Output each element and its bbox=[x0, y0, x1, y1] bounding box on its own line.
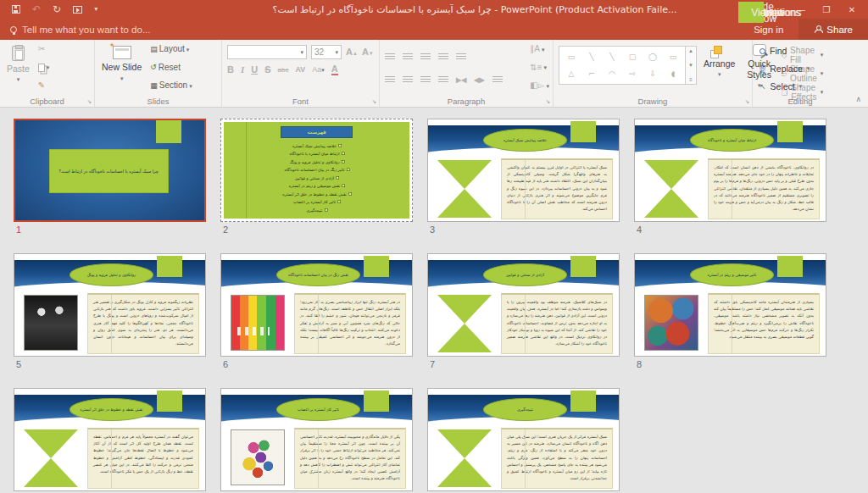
slide-thumbnail-9[interactable]: نقش نقطه و خطوط در خلق اثر آبسترهمی‌توان… bbox=[14, 388, 206, 493]
slide-6-preview: نقش رنگ در بیان احساسات ناخودآگاهدر هنر … bbox=[220, 253, 413, 357]
bullets-icon[interactable] bbox=[385, 53, 395, 61]
increase-indent-icon[interactable] bbox=[438, 53, 448, 61]
columns-icon[interactable] bbox=[492, 76, 503, 84]
align-right-icon[interactable] bbox=[420, 76, 431, 84]
customize-qat-icon[interactable]: ▾ bbox=[94, 6, 97, 13]
slide-body-text: در روانکاوی، ناخودآگاه بخشی از ذهن انسان… bbox=[709, 160, 819, 219]
reset-button[interactable]: ↺ Reset bbox=[150, 64, 192, 72]
image-photo bbox=[24, 295, 78, 351]
share-button[interactable]: Share bbox=[798, 19, 868, 40]
slide-thumbnail-6[interactable]: نقش رنگ در بیان احساسات ناخودآگاهدر هنر … bbox=[220, 253, 413, 388]
start-slideshow-icon[interactable] bbox=[73, 6, 82, 14]
increase-font-size-icon[interactable]: A▲ bbox=[346, 47, 358, 57]
font-name-combobox[interactable]: ▾ bbox=[227, 45, 307, 59]
slide-thumbnail-11[interactable]: نتیجه‌گیریسبک آبستره فراتر از یک جریان ه… bbox=[427, 388, 620, 493]
text-shadow-icon[interactable]: abc bbox=[278, 67, 289, 74]
slide-title-text: نتیجه‌گیری bbox=[484, 399, 566, 420]
shape-frame-icon: ▭ bbox=[670, 53, 677, 61]
strikethrough-icon[interactable]: S bbox=[264, 65, 270, 75]
decrease-indent-icon[interactable] bbox=[420, 53, 431, 61]
cut-icon[interactable]: ✂ bbox=[38, 45, 50, 53]
shape-rect-icon: ▭ bbox=[568, 53, 576, 61]
select-button[interactable]: ↖Select▾ bbox=[760, 81, 810, 91]
toc-item: نقش موسیقی و ریتم در آبستره bbox=[288, 182, 344, 191]
find-button[interactable]: Find bbox=[760, 46, 810, 56]
underline-icon[interactable]: U bbox=[251, 65, 258, 75]
close-button[interactable]: ✕ bbox=[839, 5, 865, 14]
slide-4-preview: ارتباط میان آبستره و ناخودآگاهدر روانکاو… bbox=[634, 119, 826, 222]
slide-thumbnail-3[interactable]: خلاصه پیدایش سبک آبسترهسبک آبستره یا انت… bbox=[427, 119, 620, 253]
slide-thumbnail-8[interactable]: تاثیر موسیقی و ریتم در آبسترهبسیاری از ه… bbox=[634, 253, 826, 388]
quick-access-toolbar: ↶ ↻ ▾ bbox=[0, 4, 161, 14]
paste-icon bbox=[12, 46, 25, 61]
slide-1-preview: چرا سبک آبستره با احساسات ناخودآگاه در ا… bbox=[14, 119, 206, 222]
green-tab-shape bbox=[570, 256, 596, 277]
slide-thumbnail-4[interactable]: ارتباط میان آبستره و ناخودآگاهدر روانکاو… bbox=[634, 119, 826, 253]
slide-thumbnail-5[interactable]: روانکاوی و تحلیل فروید و یونگنظریات زیگم… bbox=[14, 253, 206, 388]
align-left-icon[interactable] bbox=[385, 76, 395, 84]
tab-view[interactable]: View bbox=[738, 2, 764, 23]
smartart-icon[interactable]: ◧▻ ▾ bbox=[530, 81, 549, 90]
copy-icon[interactable]: ▾ bbox=[38, 64, 50, 72]
align-center-icon[interactable] bbox=[403, 76, 413, 84]
paste-button[interactable]: Paste▾ bbox=[2, 42, 35, 93]
title-ellipse: ارتباط میان آبستره و ناخودآگاه bbox=[690, 129, 774, 152]
decrease-font-size-icon[interactable]: A▼ bbox=[362, 47, 374, 57]
checkbox-icon bbox=[342, 152, 345, 156]
restore-button[interactable]: ❐ bbox=[814, 5, 839, 14]
numbering-icon[interactable] bbox=[403, 53, 413, 61]
drawing-dialog-launcher[interactable]: ↘ bbox=[744, 98, 749, 105]
slide-title-text: ارتباط میان آبستره و ناخودآگاه bbox=[691, 130, 773, 151]
undo-icon[interactable]: ↶ bbox=[32, 4, 41, 14]
replace-button[interactable]: abacReplace▾ bbox=[760, 64, 810, 74]
align-text-icon[interactable]: ⇅≡ ▾ bbox=[530, 64, 549, 72]
save-icon[interactable] bbox=[12, 5, 20, 14]
rtl-direction-icon[interactable]: ◀▶ bbox=[474, 77, 484, 84]
collapse-ribbon-icon[interactable]: ∧ bbox=[855, 95, 861, 103]
italic-icon[interactable]: I bbox=[241, 65, 244, 75]
arrange-icon bbox=[714, 46, 722, 54]
character-spacing-icon[interactable]: AV bbox=[295, 66, 305, 74]
font-color-icon[interactable]: A bbox=[331, 64, 338, 75]
slide-thumbnail-1[interactable]: چرا سبک آبستره با احساسات ناخودآگاه در ا… bbox=[14, 119, 206, 253]
line-spacing-icon[interactable] bbox=[456, 53, 466, 61]
hourglass-shape bbox=[24, 429, 78, 487]
group-drawing: ▭╲╲ ▢◯▭ △⌐◠ ⇨⇩◖ ▲▼≡ Arrange▾ Quick Style… bbox=[554, 40, 753, 107]
text-direction-icon[interactable]: ∥A ▾ bbox=[530, 45, 549, 53]
layout-button[interactable]: ▤ Layout ▾ bbox=[150, 45, 192, 53]
image-rainbow bbox=[231, 295, 285, 351]
font-size-combobox[interactable]: 32▾ bbox=[311, 45, 342, 59]
clipboard-dialog-launcher[interactable]: ↘ bbox=[86, 98, 92, 105]
change-case-icon[interactable]: Aa▾ bbox=[312, 66, 325, 74]
paragraph-dialog-launcher[interactable]: ↘ bbox=[545, 98, 550, 105]
checkbox-icon bbox=[337, 201, 341, 204]
slide-body-text: می‌توان گفت در آبستره معمولاً پایه هر فر… bbox=[88, 429, 198, 488]
group-font: ▾ 32▾ A▲ A▼ B I U S abc AV Aa▾ A Font ↘ bbox=[222, 40, 380, 107]
title-ellipse: نتیجه‌گیری bbox=[483, 398, 567, 421]
format-painter-icon[interactable]: ✎ bbox=[38, 81, 50, 90]
shapes-gallery[interactable]: ▭╲╲ ▢◯▭ △⌐◠ ⇨⇩◖ bbox=[559, 46, 686, 85]
arrange-button[interactable]: Arrange▾ bbox=[698, 42, 740, 93]
toc-item: تاثیر کار آبستره بر اعصاب bbox=[292, 198, 340, 207]
green-tab-shape bbox=[570, 391, 596, 412]
font-dialog-launcher[interactable]: ↘ bbox=[371, 98, 376, 105]
slide-thumbnail-2[interactable]: فهرستخلاصه پیدایش سبک آبسترهارتباط میان … bbox=[220, 119, 413, 253]
shapes-gallery-scroll[interactable]: ▲▼≡ bbox=[686, 46, 697, 85]
ltr-direction-icon[interactable]: ▶◀ bbox=[456, 77, 466, 84]
toc-item: آزادی از سختی و قوانین bbox=[295, 174, 339, 182]
bold-icon[interactable]: B bbox=[227, 65, 234, 75]
green-tab-shape bbox=[364, 391, 389, 412]
group-clipboard: Paste▾ ✂ ▾ ✎ Clipboard ↘ bbox=[0, 40, 95, 107]
new-slide-button[interactable]: New Slide▾ bbox=[97, 42, 147, 93]
section-button[interactable]: ▦ Section ▾ bbox=[150, 81, 192, 90]
text-panel: سبک آبستره فراتر از یک جریان هنری است؛ ا… bbox=[501, 428, 613, 489]
slide-number: 1 bbox=[16, 224, 206, 235]
slide-thumbnail-7[interactable]: آزادی از سختی و قوانیندر سبک‌های کلاسیک،… bbox=[427, 253, 620, 388]
toc-item-text: روانکاوی و تحلیل فروید و یونگ bbox=[289, 158, 339, 166]
redo-icon[interactable]: ↻ bbox=[53, 4, 61, 14]
slide-thumbnail-10[interactable]: تاثیر کار آبستره بر اعصابیکی از دلایل ما… bbox=[220, 388, 413, 493]
shape-arrow-down-icon: ⇩ bbox=[649, 69, 656, 78]
tell-me-box[interactable]: Tell me what you want to do... bbox=[0, 19, 151, 40]
lightbulb-icon bbox=[10, 26, 17, 33]
justify-icon[interactable] bbox=[438, 76, 448, 84]
